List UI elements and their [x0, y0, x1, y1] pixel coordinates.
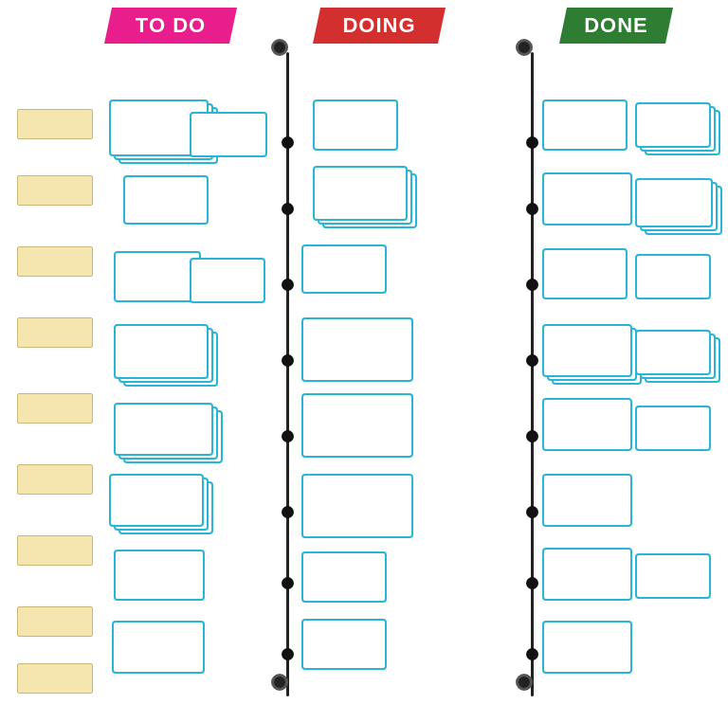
line-dot [282, 354, 294, 367]
sticky-note [17, 175, 93, 206]
card-front [542, 248, 628, 299]
line-dot [526, 430, 538, 442]
doing-card[interactable] [301, 393, 413, 458]
done-card[interactable] [542, 474, 632, 527]
line-dot [282, 506, 294, 518]
card-front [542, 398, 632, 451]
card-front [114, 550, 205, 601]
done-card[interactable] [635, 178, 713, 227]
card-front [112, 621, 205, 674]
doing-header: DOING [313, 8, 446, 44]
sticky-note [17, 393, 93, 424]
sticky-note [17, 535, 93, 566]
done-card[interactable] [542, 172, 632, 226]
todo-card[interactable] [109, 474, 204, 527]
card-front [313, 99, 398, 151]
sticky-note [17, 663, 93, 694]
sticky-note [17, 606, 93, 637]
line-dot [526, 203, 538, 215]
card-front [313, 166, 408, 221]
todo-header: TO DO [104, 8, 237, 44]
doing-card[interactable] [313, 99, 398, 151]
line-dot [526, 577, 538, 589]
card-front [301, 393, 413, 458]
card-front [109, 474, 204, 527]
todo-card[interactable] [123, 175, 209, 225]
line-dot [526, 354, 538, 367]
card-front [635, 553, 711, 599]
card-front [301, 551, 387, 603]
card-front [114, 251, 201, 302]
card-front [542, 621, 632, 674]
card-front [301, 317, 413, 382]
card-front [542, 548, 632, 601]
doing-card[interactable] [301, 244, 387, 294]
line-dot [526, 136, 538, 149]
doing-card[interactable] [301, 474, 413, 538]
todo-header-label: TO DO [136, 13, 206, 38]
done-card[interactable] [635, 406, 711, 451]
done-card[interactable] [542, 248, 628, 299]
card-front [123, 175, 209, 225]
card-front [190, 258, 265, 303]
suction-cup [271, 39, 288, 56]
suction-cup [516, 39, 533, 56]
done-header: DONE [559, 8, 673, 44]
todo-card[interactable] [114, 324, 209, 379]
vertical-line [286, 52, 289, 696]
todo-card[interactable] [190, 258, 265, 303]
card-front [190, 112, 267, 157]
line-dot [282, 203, 294, 215]
card-front [635, 254, 711, 299]
todo-card[interactable] [190, 112, 267, 157]
line-dot [282, 648, 294, 660]
card-front [114, 403, 213, 456]
done-card[interactable] [635, 102, 711, 148]
kanban-board: TO DO DOING DONE [0, 0, 728, 704]
card-front [301, 474, 413, 538]
doing-card[interactable] [313, 166, 408, 221]
suction-cup [516, 674, 533, 691]
done-header-label: DONE [584, 13, 648, 38]
card-front [635, 102, 711, 148]
sticky-note [17, 464, 93, 495]
card-front [542, 324, 632, 377]
line-dot [282, 430, 294, 442]
vertical-line [531, 52, 534, 696]
sticky-note [17, 246, 93, 277]
card-front [635, 330, 711, 375]
doing-header-label: DOING [342, 13, 415, 38]
card-front [542, 474, 632, 527]
card-front [542, 99, 628, 151]
done-card[interactable] [542, 99, 628, 151]
done-card[interactable] [542, 621, 632, 674]
line-dot [282, 279, 294, 291]
doing-card[interactable] [301, 317, 413, 382]
line-dot [526, 279, 538, 291]
todo-card[interactable] [112, 621, 205, 674]
line-dot [282, 136, 294, 149]
done-card[interactable] [635, 254, 711, 299]
card-front [301, 619, 387, 670]
todo-card[interactable] [114, 251, 201, 302]
card-front [114, 324, 209, 379]
done-card[interactable] [635, 553, 711, 599]
doing-card[interactable] [301, 551, 387, 603]
line-dot [282, 577, 294, 589]
done-card[interactable] [542, 548, 632, 601]
todo-card[interactable] [114, 403, 213, 456]
card-front [635, 406, 711, 451]
done-card[interactable] [635, 330, 711, 375]
done-card[interactable] [542, 324, 632, 377]
card-front [301, 244, 387, 294]
card-front [635, 178, 713, 227]
suction-cup [271, 674, 288, 691]
sticky-note [17, 317, 93, 348]
doing-card[interactable] [301, 619, 387, 670]
card-front [542, 172, 632, 226]
done-card[interactable] [542, 398, 632, 451]
todo-card[interactable] [114, 550, 205, 601]
sticky-note [17, 109, 93, 139]
line-dot [526, 648, 538, 660]
line-dot [526, 506, 538, 518]
